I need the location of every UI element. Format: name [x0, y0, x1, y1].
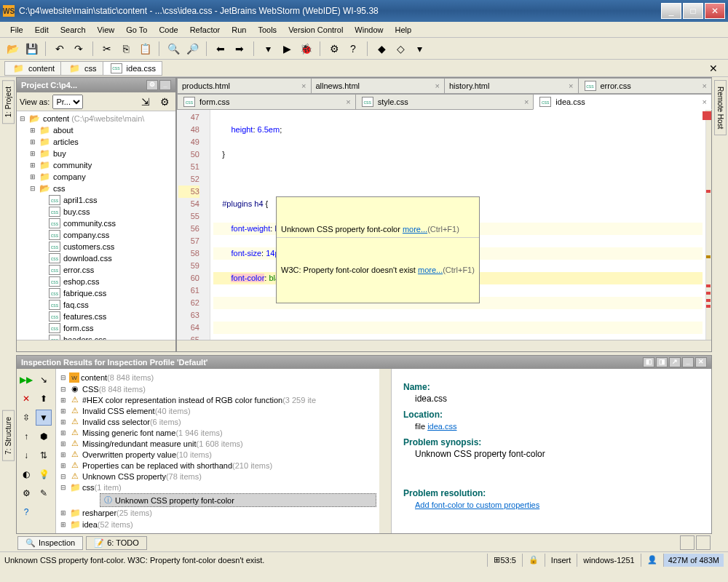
replace-button[interactable]: 🔎 [184, 41, 200, 57]
menu-code[interactable]: Code [153, 24, 183, 36]
menu-search[interactable]: Search [55, 24, 92, 36]
collapse-button[interactable]: ⇲ [138, 94, 154, 110]
file-item[interactable]: eshop.css [62, 277, 100, 286]
settings-button[interactable]: ⚙ [18, 485, 34, 501]
copy-button[interactable]: ⎘ [118, 41, 134, 57]
cancel-button[interactable]: ✕ [18, 391, 34, 407]
tab-error[interactable]: error.css× [578, 78, 713, 94]
breadcrumb-close[interactable]: ✕ [703, 63, 724, 74]
error-mark[interactable] [706, 190, 711, 193]
tree-toggle[interactable]: ⊟ [28, 185, 37, 192]
help-button[interactable]: ? [18, 504, 34, 520]
close-button[interactable]: ✕ [705, 3, 725, 19]
breadcrumb-file[interactable]: idea.css [103, 61, 162, 76]
menu-vcs[interactable]: Version Control [282, 24, 349, 36]
help-button[interactable]: ? [345, 41, 361, 57]
tab-products[interactable]: products.html× [177, 78, 312, 94]
status-person-icon[interactable]: 👤 [641, 554, 663, 567]
maximize-button[interactable]: □ [683, 3, 703, 19]
tab-close-icon[interactable]: × [703, 81, 707, 90]
tree-toggle[interactable]: ⊞ [28, 127, 37, 134]
back-button[interactable]: ⬅ [213, 41, 229, 57]
error-mark[interactable] [706, 284, 711, 287]
expand-button[interactable]: ⇳ [18, 410, 34, 426]
code-area[interactable]: height: 6.5em; } #plugins h4 { font-weig… [210, 110, 705, 340]
view-as-select[interactable]: Pr... [52, 95, 83, 109]
extra1-button[interactable]: ◆ [373, 41, 389, 57]
menu-window[interactable]: Window [349, 24, 389, 36]
export-button[interactable]: ⬆ [36, 391, 52, 407]
tab-close-icon[interactable]: × [435, 81, 440, 90]
todo-tab[interactable]: 📝 6: TODO [86, 536, 147, 550]
save-button[interactable]: 💾 [23, 41, 39, 57]
file-item[interactable]: community.css [62, 219, 116, 228]
panel-btn[interactable]: ◨ [656, 357, 668, 367]
tree-toggle[interactable]: ⊟ [18, 115, 27, 122]
status-memory[interactable]: 427M of 483M [663, 554, 724, 567]
group-button[interactable]: ⬢ [36, 428, 52, 445]
edit-button[interactable]: ✎ [36, 485, 52, 501]
tab-allnews[interactable]: allnews.html× [311, 78, 446, 94]
paste-button[interactable]: 📋 [137, 41, 153, 57]
file-item[interactable]: company.css [62, 231, 109, 239]
undo-button[interactable]: ↶ [52, 41, 68, 57]
remote-host-tab[interactable]: Remote Host [714, 80, 727, 135]
file-item[interactable]: features.css [62, 312, 106, 321]
file-item[interactable]: april1.css [62, 196, 97, 204]
error-stripe[interactable] [705, 110, 711, 340]
menu-refactor[interactable]: Refactor [184, 24, 226, 36]
tree-toggle[interactable]: ⊞ [28, 150, 37, 157]
breadcrumb-css[interactable]: css [60, 61, 103, 76]
resolution-link[interactable]: Add font-color to custom properties [415, 501, 539, 509]
error-mark[interactable] [706, 299, 711, 302]
extra2-button[interactable]: ◇ [392, 41, 408, 57]
status-insert[interactable]: Insert [545, 554, 577, 567]
panel-minimize-icon[interactable]: _ [159, 80, 171, 90]
tab-form[interactable]: form.css× [177, 94, 356, 110]
inspection-tab[interactable]: 🔍 Inspection [17, 536, 83, 550]
open-button[interactable]: 📂 [4, 41, 20, 57]
debug-button[interactable]: 🐞 [298, 41, 314, 57]
tab-close-icon[interactable]: × [346, 97, 350, 106]
fix-button[interactable]: 💡 [36, 466, 52, 482]
panel-btn[interactable]: ↗ [669, 357, 681, 367]
next-button[interactable]: ↓ [18, 447, 34, 463]
extra3-button[interactable]: ▾ [411, 41, 427, 57]
panel-gear-icon[interactable]: ⚙ [146, 80, 158, 90]
forward-button[interactable]: ➡ [232, 41, 248, 57]
minimize-button[interactable]: _ [661, 3, 681, 19]
status-encoding[interactable]: windows-1251 [577, 554, 640, 567]
rerun-button[interactable]: ▶▶ [18, 372, 34, 388]
breadcrumb-content[interactable]: content [4, 61, 61, 76]
redo-button[interactable]: ↷ [71, 41, 87, 57]
warning-mark[interactable] [706, 255, 711, 258]
editor-body[interactable]: 474849 505152 535455 565758 596061 62636… [177, 110, 711, 340]
panel-minimize-icon[interactable]: _ [682, 357, 694, 367]
tab-style[interactable]: style.css× [355, 94, 534, 110]
close-button[interactable]: ↘ [36, 372, 52, 388]
tab-idea[interactable]: idea.css× [533, 94, 712, 110]
filter-button[interactable]: ▼ [36, 410, 52, 426]
editor-hscrollbar[interactable] [177, 340, 711, 351]
tooltip-more-link[interactable]: more... [418, 266, 443, 274]
status-lock-icon[interactable]: 🔒 [522, 554, 545, 567]
inspection-vscrollbar[interactable] [379, 369, 391, 533]
file-item[interactable]: fabrique.css [62, 289, 106, 298]
structure-toolwindow-tab[interactable]: 7: Structure [2, 410, 15, 461]
file-item[interactable]: customers.css [62, 242, 114, 251]
project-toolwindow-tab[interactable]: 1: Project [2, 80, 15, 124]
project-tree[interactable]: ⊟content (C:\p4\website\main\ ⊞about ⊞ar… [17, 111, 175, 340]
tab-history[interactable]: history.html× [444, 78, 579, 94]
file-item[interactable]: download.css [62, 254, 112, 263]
tooltip-more-link[interactable]: more... [403, 225, 427, 234]
menu-edit[interactable]: Edit [29, 24, 55, 36]
menu-run[interactable]: Run [226, 24, 252, 36]
menu-help[interactable]: Help [389, 24, 417, 36]
bottom-btn[interactable] [696, 535, 711, 550]
tree-toggle[interactable]: ⊞ [28, 173, 37, 180]
file-item[interactable]: buy.css [62, 207, 90, 216]
menu-view[interactable]: View [92, 24, 121, 36]
run-button[interactable]: ▶ [279, 41, 295, 57]
tree-toggle[interactable]: ⊞ [28, 138, 37, 146]
location-link[interactable]: idea.css [427, 422, 456, 431]
